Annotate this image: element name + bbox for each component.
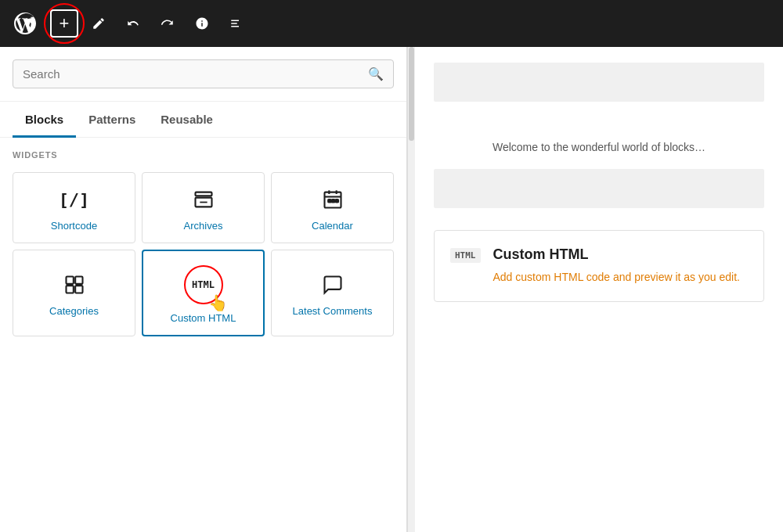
block-info-card: HTML Custom HTML Add custom HTML code an…	[434, 230, 764, 302]
custom-html-label: Custom HTML	[171, 312, 236, 325]
welcome-text: Welcome to the wonderful world of blocks…	[434, 117, 764, 169]
preview-bottom-placeholder	[434, 169, 764, 208]
cursor-hand-icon: 👆	[208, 293, 228, 312]
scrollbar-thumb[interactable]	[409, 47, 414, 141]
archives-icon	[189, 185, 218, 214]
wp-logo[interactable]	[9, 8, 41, 39]
svg-rect-7	[328, 200, 331, 203]
redo-icon[interactable]	[153, 9, 182, 38]
editor-preview-panel: Welcome to the wonderful world of blocks…	[415, 47, 783, 532]
svg-rect-10	[66, 276, 73, 283]
block-archives[interactable]: Archives	[142, 172, 265, 243]
search-icon: 🔍	[368, 66, 384, 81]
svg-rect-0	[195, 192, 211, 196]
calendar-icon	[319, 185, 347, 214]
blocks-grid: [/] Shortcode Archives	[13, 172, 394, 336]
undo-icon[interactable]	[119, 9, 147, 38]
svg-rect-11	[75, 276, 82, 283]
shortcode-label: Shortcode	[51, 220, 97, 233]
preview-top-placeholder	[434, 63, 764, 102]
info-icon[interactable]	[188, 9, 216, 38]
info-card-badge: HTML	[450, 248, 481, 263]
info-card-body: Custom HTML Add custom HTML code and pre…	[493, 246, 740, 286]
search-area: 🔍	[0, 47, 406, 102]
svg-rect-12	[66, 286, 73, 293]
categories-label: Categories	[49, 305, 99, 318]
document-overview-icon[interactable]	[222, 9, 251, 38]
search-box: 🔍	[13, 59, 394, 88]
info-card-title: Custom HTML	[493, 246, 740, 263]
archives-label: Archives	[184, 220, 223, 233]
block-shortcode[interactable]: [/] Shortcode	[13, 172, 135, 243]
main-area: 🔍 Blocks Patterns Reusable WIDGETS [/] S…	[0, 47, 783, 532]
scrollbar-area[interactable]	[407, 47, 415, 532]
svg-rect-8	[331, 200, 334, 203]
svg-rect-9	[335, 200, 338, 203]
add-block-button-wrap: +	[50, 9, 78, 38]
block-categories[interactable]: Categories	[13, 250, 135, 336]
custom-html-icon-wrap: HTML 👆	[182, 264, 225, 306]
latest-comments-label: Latest Comments	[293, 305, 373, 318]
edit-icon[interactable]	[85, 9, 113, 38]
block-calendar[interactable]: Calendar	[271, 172, 394, 243]
block-inserter-panel: 🔍 Blocks Patterns Reusable WIDGETS [/] S…	[0, 47, 407, 532]
blocks-content: WIDGETS [/] Shortcode	[0, 138, 406, 532]
section-label-widgets: WIDGETS	[13, 150, 394, 160]
tabs-row: Blocks Patterns Reusable	[0, 102, 406, 138]
add-block-button[interactable]: +	[50, 9, 78, 38]
block-latest-comments[interactable]: Latest Comments	[271, 250, 394, 336]
svg-rect-13	[75, 286, 82, 293]
tab-blocks[interactable]: Blocks	[13, 102, 76, 138]
info-card-description: Add custom HTML code and preview it as y…	[493, 269, 740, 286]
tab-patterns[interactable]: Patterns	[76, 102, 148, 138]
custom-html-text-icon: HTML	[192, 279, 215, 290]
shortcode-icon: [/]	[60, 185, 88, 214]
tab-reusable[interactable]: Reusable	[148, 102, 226, 138]
search-input[interactable]	[23, 67, 368, 81]
latest-comments-icon	[319, 271, 347, 299]
toolbar: +	[0, 0, 783, 47]
categories-icon	[60, 271, 88, 299]
calendar-label: Calendar	[312, 220, 353, 233]
block-custom-html[interactable]: HTML 👆 Custom HTML	[142, 250, 265, 336]
